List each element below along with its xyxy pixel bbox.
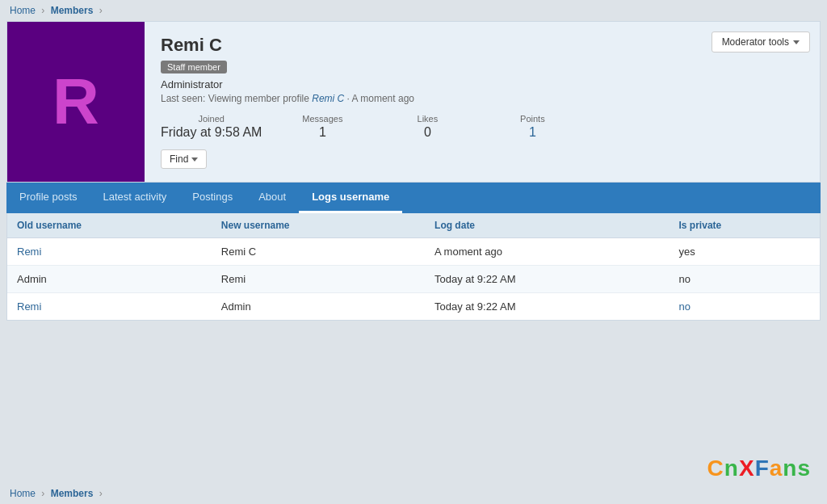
breadcrumb-separator-2: › <box>99 5 103 16</box>
moderator-caret-icon <box>793 40 800 44</box>
stats-row: Joined Friday at 9:58 AM Messages 1 Like… <box>161 114 804 140</box>
tab-logs-username-label: Logs username <box>312 191 389 203</box>
likes-value: 0 <box>383 125 472 140</box>
old-username-cell: Remi <box>7 293 212 321</box>
tab-latest-activity-label: Latest activity <box>103 191 167 203</box>
breadcrumb-separator-1: › <box>41 5 44 16</box>
table-row: Remi Remi C A moment ago yes <box>7 238 820 266</box>
is-private-cell: yes <box>670 238 820 266</box>
col-new-username: New username <box>212 213 425 238</box>
stat-likes: Likes 0 <box>383 114 488 140</box>
find-button-label: Find <box>170 153 188 165</box>
last-seen-label: Last seen: <box>161 93 208 104</box>
points-label: Points <box>488 114 577 124</box>
last-seen-activity: Viewing member profile <box>208 93 313 104</box>
table-header-row: Old username New username Log date Is pr… <box>7 213 820 238</box>
bottom-separator-2: › <box>99 488 103 499</box>
logo-c: C <box>707 456 724 481</box>
avatar-box: R <box>7 22 145 182</box>
find-caret-icon <box>191 158 198 162</box>
staff-badge: Staff member <box>161 61 227 74</box>
username-log-table: Old username New username Log date Is pr… <box>7 213 820 320</box>
stat-messages: Messages 1 <box>278 114 383 140</box>
tabs-nav: Profile posts Latest activity Postings A… <box>6 183 821 213</box>
stat-joined: Joined Friday at 9:58 AM <box>161 114 278 140</box>
is-private-cell: no <box>670 293 820 321</box>
old-username-cell: Remi <box>7 238 212 266</box>
breadcrumb-members-link[interactable]: Members <box>51 5 94 16</box>
last-seen: Last seen: Viewing member profile Remi C… <box>161 93 804 104</box>
joined-label: Joined <box>161 114 262 124</box>
avatar-letter: R <box>52 65 99 139</box>
col-log-date: Log date <box>425 213 669 238</box>
likes-label: Likes <box>383 114 472 124</box>
moderator-tools-label: Moderator tools <box>722 36 789 48</box>
bottom-breadcrumb-home-link[interactable]: Home <box>10 488 36 499</box>
log-date-cell: Today at 9:22 AM <box>425 293 669 321</box>
col-is-private: Is private <box>670 213 820 238</box>
tab-postings[interactable]: Postings <box>179 183 246 213</box>
last-seen-time: · A moment ago <box>347 93 414 104</box>
new-username-cell: Remi C <box>212 238 425 266</box>
bottom-breadcrumb-members-link[interactable]: Members <box>51 488 94 499</box>
bottom-separator-1: › <box>41 488 44 499</box>
tab-logs-username[interactable]: Logs username <box>299 183 402 213</box>
breadcrumb-bottom: Home › Members › <box>0 483 827 504</box>
messages-label: Messages <box>278 114 367 124</box>
breadcrumb-top: Home › Members › <box>0 0 827 21</box>
stat-points: Points 1 <box>488 114 593 140</box>
old-username-cell: Admin <box>7 266 212 293</box>
logo-f: F <box>755 456 770 481</box>
new-username-cell: Admin <box>212 293 425 321</box>
tab-profile-posts-label: Profile posts <box>19 191 78 203</box>
logo-n: n <box>724 456 739 481</box>
tab-latest-activity[interactable]: Latest activity <box>90 183 180 213</box>
log-date-cell: A moment ago <box>425 238 669 266</box>
logo-ns: ns <box>783 456 811 481</box>
find-button[interactable]: Find <box>161 149 207 169</box>
messages-value: 1 <box>278 125 367 140</box>
tab-about[interactable]: About <box>246 183 299 213</box>
new-username-cell: Remi <box>212 266 425 293</box>
moderator-tools-button[interactable]: Moderator tools <box>712 32 810 52</box>
table-row: Admin Remi Today at 9:22 AM no <box>7 266 820 293</box>
table-body: Remi Remi C A moment ago yes Admin Remi … <box>7 238 820 321</box>
log-date-cell: Today at 9:22 AM <box>425 266 669 293</box>
role-text: Administrator <box>161 78 804 90</box>
logo-a: a <box>770 456 783 481</box>
tab-about-label: About <box>258 191 286 203</box>
tab-profile-posts[interactable]: Profile posts <box>6 183 90 213</box>
table-header: Old username New username Log date Is pr… <box>7 213 820 238</box>
profile-name: Remi C <box>161 35 804 56</box>
joined-value: Friday at 9:58 AM <box>161 125 262 140</box>
tab-postings-label: Postings <box>192 191 233 203</box>
cnxfans-logo: CnXFans <box>707 456 811 481</box>
last-seen-link[interactable]: Remi C <box>312 93 344 104</box>
table-row: Remi Admin Today at 9:22 AM no <box>7 293 820 321</box>
logo-x: X <box>739 456 755 481</box>
col-old-username: Old username <box>7 213 212 238</box>
points-value: 1 <box>488 125 577 140</box>
profile-section: R Remi C Staff member Administrator Last… <box>6 21 821 183</box>
is-private-cell: no <box>670 266 820 293</box>
table-section: Old username New username Log date Is pr… <box>6 213 821 321</box>
breadcrumb-home-link[interactable]: Home <box>10 5 36 16</box>
